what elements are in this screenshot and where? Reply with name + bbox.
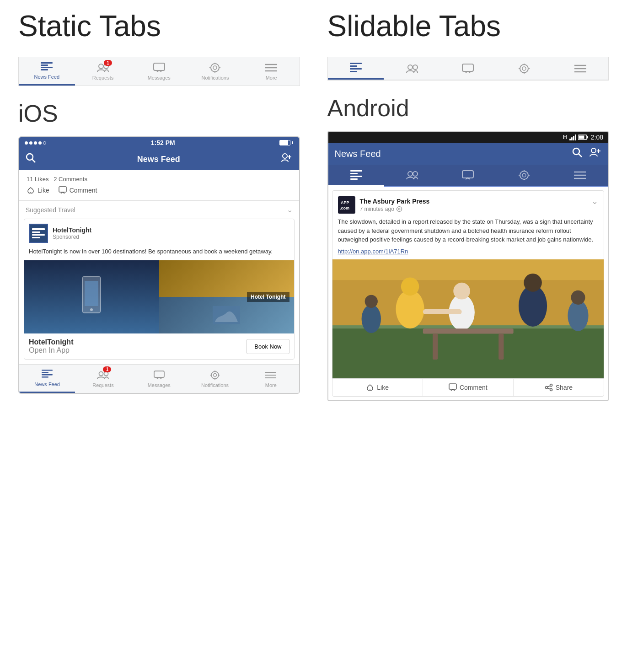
notifications-icon	[209, 63, 221, 73]
svg-rect-33	[42, 374, 53, 376]
svg-rect-47	[350, 63, 362, 64]
svg-rect-1	[41, 65, 48, 66]
android-like-btn[interactable]: Like	[332, 379, 423, 396]
svg-rect-3	[41, 69, 48, 70]
ios-ad-overlay-text: Hotel Tonight	[247, 292, 289, 302]
dot-2	[29, 141, 32, 145]
svg-point-78	[520, 171, 528, 179]
tab-news-feed[interactable]: News Feed	[19, 57, 75, 86]
tab-messages[interactable]: Messages	[131, 57, 187, 86]
dot-5	[43, 141, 46, 145]
android-tab-messages[interactable]	[440, 165, 496, 186]
messages-icon	[153, 63, 166, 73]
svg-point-104	[453, 282, 470, 299]
svg-rect-112	[423, 328, 513, 333]
slidable-tab-news-feed[interactable]	[328, 57, 384, 80]
android-section: Android H	[327, 94, 609, 401]
slidable-tab-messages[interactable]	[440, 57, 496, 80]
svg-rect-114	[498, 333, 504, 360]
svg-point-68	[591, 148, 596, 153]
slidable-tab-globe[interactable]	[496, 57, 552, 80]
android-source-name: The Asbury Park Press	[360, 198, 430, 205]
tab-requests[interactable]: 1 Requests	[75, 57, 131, 86]
news-feed-icon	[40, 62, 53, 72]
ios-signal-dots	[25, 141, 46, 145]
svg-rect-0	[41, 62, 53, 64]
requests-badge: 1	[104, 60, 112, 66]
svg-point-38	[211, 371, 219, 379]
svg-rect-23	[32, 228, 45, 230]
ios-comment-btn[interactable]: Comment	[59, 186, 97, 194]
tab-news-feed-label: News Feed	[34, 74, 60, 80]
ios-phone-mockup: 1:52 PM	[18, 136, 300, 394]
ios-search-icon[interactable]	[26, 153, 36, 166]
android-comment-btn[interactable]: Comment	[423, 379, 514, 396]
svg-rect-115	[449, 384, 456, 389]
android-tab-globe[interactable]	[496, 165, 552, 186]
android-post-image	[332, 259, 604, 378]
android-post-card: APP .com The Asbury Park Press 7 minutes…	[332, 190, 605, 397]
dot-1	[25, 141, 28, 145]
svg-point-90	[397, 207, 402, 212]
svg-rect-34	[42, 376, 48, 378]
ios-bottom-tab-notifications[interactable]: Notifications	[187, 365, 243, 393]
svg-point-52	[413, 65, 418, 70]
ios-sponsored-section: Suggested Travel ⌄	[19, 200, 299, 360]
more-icon	[265, 63, 278, 73]
svg-line-120	[547, 388, 550, 389]
svg-rect-6	[154, 63, 165, 70]
ios-chevron-icon: ⌄	[287, 205, 293, 214]
android-tab-bar	[328, 165, 608, 187]
svg-rect-72	[350, 173, 358, 174]
ios-bottom-tab-messages[interactable]: Messages	[131, 365, 187, 393]
svg-rect-53	[462, 64, 473, 71]
right-column: Slidable Tabs	[327, 9, 609, 401]
svg-rect-74	[350, 178, 358, 180]
ios-like-label: Like	[38, 187, 49, 194]
android-search-icon[interactable]	[572, 147, 582, 160]
ios-ad-name: HotelTonight	[53, 226, 91, 234]
ios-bottom-tab-news-feed[interactable]: News Feed	[19, 365, 75, 393]
svg-point-75	[408, 172, 413, 176]
svg-rect-50	[350, 71, 357, 72]
android-tab-requests[interactable]	[384, 165, 440, 186]
android-tab-news-feed[interactable]	[328, 165, 384, 186]
svg-point-4	[99, 64, 103, 69]
svg-line-17	[32, 159, 35, 162]
svg-rect-22	[30, 225, 47, 242]
ios-ad-header: HotelTonight Sponsored	[24, 219, 294, 247]
tab-more[interactable]: More	[243, 57, 300, 86]
android-friends-icon[interactable]	[589, 147, 601, 160]
slidable-tab-requests[interactable]	[384, 57, 440, 80]
android-tab-more[interactable]	[552, 165, 608, 186]
ios-likes-comments: 11 Likes 2 Comments	[27, 176, 292, 183]
svg-rect-31	[42, 370, 53, 371]
signal-bar-1	[569, 139, 571, 140]
ios-bottom-requests-badge: 1	[103, 366, 111, 372]
ios-section: iOS 1:52 PM	[18, 100, 300, 394]
svg-rect-64	[579, 136, 584, 139]
svg-line-67	[579, 154, 582, 157]
ios-book-now-button[interactable]: Book Now	[247, 339, 289, 354]
signal-bar-4	[575, 134, 576, 140]
svg-rect-25	[32, 234, 45, 236]
svg-rect-49	[350, 68, 362, 70]
tab-more-label: More	[266, 75, 277, 81]
ios-bottom-tab-requests[interactable]: 1 Requests	[75, 365, 131, 393]
svg-rect-28	[85, 281, 98, 306]
tab-notifications[interactable]: Notifications	[187, 57, 243, 86]
svg-rect-21	[59, 187, 66, 192]
android-share-btn[interactable]: Share	[514, 379, 604, 396]
ios-like-btn[interactable]: Like	[27, 186, 49, 194]
ios-bottom-more-icon	[264, 370, 277, 380]
ios-bottom-tab-more[interactable]: More	[243, 365, 299, 393]
slidable-tab-section	[327, 57, 609, 81]
svg-point-117	[545, 386, 547, 388]
svg-point-7	[211, 64, 219, 72]
android-post-link[interactable]: http://on.app.com/1iA71Rn	[332, 248, 604, 259]
svg-rect-71	[350, 170, 362, 172]
ios-friends-icon[interactable]	[281, 153, 292, 166]
ios-nav-bar: News Feed	[19, 148, 299, 170]
slidable-tab-more[interactable]	[552, 57, 608, 80]
android-post-actions: Like Comment	[332, 378, 604, 396]
